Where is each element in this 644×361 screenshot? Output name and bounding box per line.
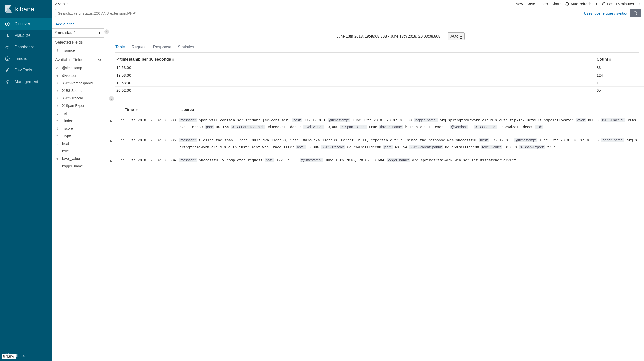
field-item[interactable]: #@version <box>55 72 101 79</box>
docs-col-time[interactable]: Time ▼ <box>115 105 178 114</box>
field-type-icon: ? <box>56 49 59 52</box>
doc-source: message: Span will contain serviceName [… <box>178 114 639 134</box>
lucene-hint-link[interactable]: Uses lucene query syntax <box>584 11 627 15</box>
svg-point-4 <box>8 58 8 58</box>
field-item[interactable]: tlevel <box>55 147 101 155</box>
field-item[interactable]: #_score <box>55 125 101 132</box>
nav-label: Dashboard <box>15 45 34 49</box>
auto-refresh-button[interactable]: Auto-refresh <box>565 2 592 6</box>
nav-item-dev-tools[interactable]: Dev Tools <box>0 64 52 76</box>
field-type-icon: t <box>56 112 59 115</box>
field-item[interactable]: @timestamp <box>55 64 101 72</box>
search-button[interactable] <box>630 9 641 17</box>
source-key: message: <box>179 138 197 142</box>
docs-col-source[interactable]: _source <box>178 105 639 114</box>
interval-select[interactable]: Auto ▲▼ <box>448 32 465 40</box>
source-key: X-B3-ParentSpanId: <box>409 145 443 149</box>
svg-point-3 <box>6 58 7 58</box>
expand-doc-button[interactable]: ▶ <box>110 119 112 122</box>
new-button[interactable]: New <box>516 2 523 6</box>
field-type-icon: # <box>56 127 59 130</box>
doc-source: message: Closing the span [Trace: 0d3e6d… <box>178 134 639 154</box>
field-name: @version <box>62 74 77 78</box>
source-key: logger_name: <box>387 158 410 162</box>
share-button[interactable]: Share <box>552 2 562 6</box>
tab-statistics[interactable]: Statistics <box>177 43 195 52</box>
source-key: @timestamp: <box>514 138 537 142</box>
nav-item-dashboard[interactable]: Dashboard <box>0 41 52 53</box>
field-item[interactable]: ?X-B3-SpanId <box>55 87 101 94</box>
expand-histogram-button[interactable]: ⌄ <box>109 96 114 101</box>
nav-label: Discover <box>15 22 30 26</box>
tab-response[interactable]: Response <box>153 43 172 52</box>
chevron-updown-icon: ▲▼ <box>460 34 462 40</box>
source-key: X-Span-Export: <box>340 125 367 129</box>
nav-item-discover[interactable]: Discover <box>0 18 52 30</box>
expand-doc-button[interactable]: ▶ <box>110 139 112 142</box>
field-item[interactable]: ?X-B3-ParentSpanId <box>55 79 101 87</box>
nav-item-timelion[interactable]: Timelion <box>0 53 52 64</box>
open-button[interactable]: Open <box>539 2 548 6</box>
time-prev-button[interactable]: ‹ <box>595 1 598 6</box>
field-item[interactable]: tlogger_name <box>55 162 101 170</box>
doc-row: ▶ June 13th 2018, 20:02:38.604 message: … <box>109 154 639 167</box>
histo-ts: 19:53:00 <box>115 64 595 71</box>
source-key: @version: <box>450 125 468 129</box>
clock-icon <box>602 2 606 6</box>
logo-area[interactable]: kibana <box>0 0 52 18</box>
wrench-icon <box>5 67 10 73</box>
results-panel: ‹ June 13th 2018, 19:48:08.808 - June 13… <box>104 28 644 361</box>
field-item[interactable]: t_type <box>55 132 101 140</box>
expand-doc-button[interactable]: ▶ <box>110 159 112 162</box>
field-item[interactable]: ?_source <box>55 47 101 54</box>
field-type-icon: ? <box>56 81 59 85</box>
field-type-icon: # <box>56 74 59 78</box>
field-name: _score <box>62 126 73 130</box>
time-next-button[interactable]: › <box>637 1 641 6</box>
brand-text: kibana <box>15 5 35 13</box>
add-filter-button[interactable]: Add a filter + <box>56 22 77 26</box>
histo-ts: 20:02:30 <box>115 87 595 94</box>
field-item[interactable]: thost <box>55 140 101 147</box>
histo-col-timestamp[interactable]: @timestamp per 30 seconds⇅ <box>115 55 595 64</box>
field-name: @timestamp <box>62 66 82 70</box>
field-item[interactable]: t_index <box>55 117 101 125</box>
search-input[interactable] <box>58 11 582 15</box>
gear-icon[interactable]: ✿ <box>98 58 101 62</box>
field-name: _index <box>62 119 73 123</box>
nav-item-visualize[interactable]: Visualize <box>0 30 52 41</box>
field-type-icon: ? <box>56 89 59 93</box>
source-key: X-Span-Export: <box>519 145 545 149</box>
source-key: X-B3-ParentSpanId: <box>231 125 265 129</box>
field-item[interactable]: t_id <box>55 110 101 117</box>
field-name: _id <box>62 111 67 115</box>
nav-item-management[interactable]: Management <box>0 76 52 88</box>
source-key: level: <box>576 118 586 122</box>
histogram-table: @timestamp per 30 seconds⇅ Count⇅ 19:53:… <box>115 55 644 94</box>
nav-label: Timelion <box>15 56 30 61</box>
source-key: X-B3-SpanId: <box>474 125 497 129</box>
doc-row: ▶ June 13th 2018, 20:02:38.609 message: … <box>109 114 639 134</box>
index-pattern-select[interactable]: *metadata* ▼ <box>52 28 104 38</box>
svg-point-2 <box>5 57 9 61</box>
field-item[interactable]: ?X-B3-TraceId <box>55 94 101 102</box>
save-button[interactable]: Save <box>527 2 535 6</box>
nav-label: Management <box>15 80 38 84</box>
source-key: @timestamp: <box>328 118 350 122</box>
show-menu-overlay[interactable]: 显示菜单 <box>2 354 16 359</box>
field-name: logger_name <box>62 164 83 168</box>
collapse-fields-toggle[interactable]: ‹ <box>104 29 109 34</box>
source-key: X-B3-TraceId: <box>321 145 345 149</box>
time-picker[interactable]: Last 15 minutes <box>602 2 634 6</box>
field-item[interactable]: #level_value <box>55 155 101 162</box>
source-key: thread_name: <box>379 125 403 129</box>
histo-count: 83 <box>595 64 644 71</box>
field-type-icon: ? <box>56 104 59 108</box>
histo-col-count[interactable]: Count⇅ <box>595 55 644 64</box>
field-name: X-B3-SpanId <box>62 89 82 93</box>
field-type-icon: t <box>56 119 59 123</box>
tab-request[interactable]: Request <box>131 43 147 52</box>
tab-table[interactable]: Table <box>115 43 125 52</box>
filter-bar: Add a filter + <box>52 20 644 28</box>
field-item[interactable]: ?X-Span-Export <box>55 102 101 110</box>
